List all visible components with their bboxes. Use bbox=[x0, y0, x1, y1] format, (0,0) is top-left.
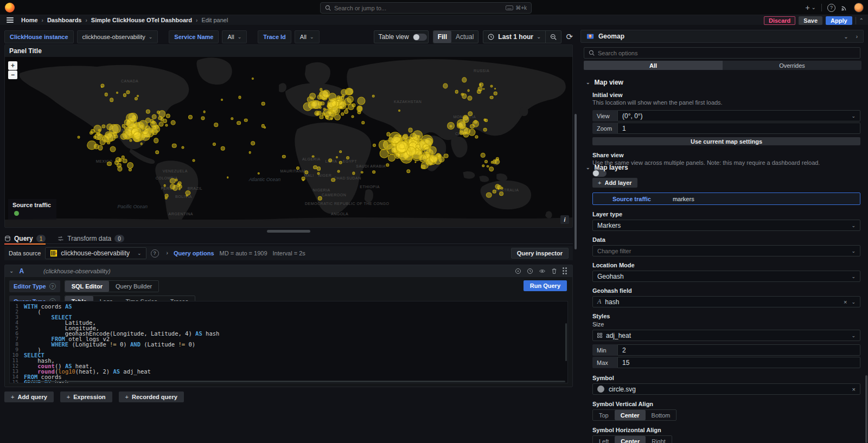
filter-instance-value[interactable]: clickhouse-observability⌄ bbox=[77, 30, 158, 43]
layer-type-select[interactable]: Markers⌄ bbox=[592, 220, 860, 231]
chevron-down-icon[interactable]: ⌄ bbox=[844, 34, 848, 40]
map-data-marker[interactable] bbox=[331, 178, 335, 182]
drag-handle-icon[interactable] bbox=[563, 267, 567, 274]
query-builder-option[interactable]: Query Builder bbox=[109, 281, 158, 292]
trash-icon[interactable] bbox=[551, 268, 557, 274]
close-icon[interactable]: × bbox=[852, 386, 856, 393]
sha-left[interactable]: Left bbox=[593, 436, 615, 443]
sql-code-editor[interactable]: 1WITH coords AS2 (3 SELECT4 Latitude,5 L… bbox=[9, 301, 568, 383]
fill-option[interactable]: Fill bbox=[433, 31, 451, 43]
map-data-marker[interactable] bbox=[474, 120, 478, 124]
map-data-marker[interactable] bbox=[398, 110, 400, 112]
code-vertical-scrollbar[interactable] bbox=[565, 323, 567, 361]
query-inspector-button[interactable]: Query inspector bbox=[511, 248, 569, 259]
section-map-layers[interactable]: ⌄Map layers bbox=[586, 164, 860, 171]
symbol-select[interactable]: circle.svg× bbox=[592, 383, 860, 395]
map-data-marker[interactable] bbox=[357, 97, 365, 105]
map-data-marker[interactable] bbox=[105, 93, 108, 97]
map-data-marker[interactable] bbox=[484, 160, 488, 163]
min-input[interactable]: 2 bbox=[617, 344, 860, 356]
map-data-marker[interactable] bbox=[155, 150, 159, 155]
code-horizontal-scrollbar[interactable] bbox=[26, 381, 565, 382]
map-data-marker[interactable] bbox=[328, 158, 333, 163]
map-data-marker[interactable] bbox=[467, 89, 470, 92]
map-data-marker[interactable] bbox=[361, 171, 363, 174]
map-data-marker[interactable] bbox=[344, 110, 348, 114]
collapse-chevron-up-icon[interactable]: ⌃ bbox=[859, 18, 864, 23]
visualization-picker[interactable]: Geomap ⌄ › bbox=[580, 30, 864, 43]
user-avatar[interactable] bbox=[854, 3, 864, 12]
filter-service-value[interactable]: All⌄ bbox=[222, 30, 247, 43]
zoom-input[interactable]: 1 bbox=[617, 123, 860, 134]
map-zoom-in-button[interactable]: + bbox=[8, 61, 17, 70]
expression-button[interactable]: +Expression bbox=[60, 391, 112, 402]
map-data-marker[interactable] bbox=[186, 194, 188, 197]
map-data-marker[interactable] bbox=[203, 111, 206, 113]
map-data-marker[interactable] bbox=[322, 90, 330, 98]
map-data-marker[interactable] bbox=[244, 119, 248, 123]
map-data-marker[interactable] bbox=[90, 131, 93, 134]
map-data-marker[interactable] bbox=[171, 120, 176, 125]
map-data-marker[interactable] bbox=[372, 170, 375, 174]
map-data-marker[interactable] bbox=[313, 165, 317, 170]
map-data-marker[interactable] bbox=[307, 96, 314, 103]
refresh-button[interactable]: ⟳ bbox=[566, 32, 573, 42]
map-data-marker[interactable] bbox=[481, 153, 486, 158]
options-search-field[interactable] bbox=[598, 50, 856, 56]
map-data-marker[interactable] bbox=[158, 110, 166, 118]
map-data-marker[interactable] bbox=[444, 153, 449, 158]
run-query-button[interactable]: Run Query bbox=[524, 280, 567, 291]
map-data-marker[interactable] bbox=[141, 143, 143, 145]
map-data-marker[interactable] bbox=[380, 149, 389, 158]
search-input[interactable]: ⌘+k bbox=[320, 2, 532, 14]
panel-title[interactable]: Panel Title bbox=[5, 45, 572, 57]
map-data-marker[interactable] bbox=[398, 134, 401, 138]
map-zoom-out-button[interactable]: − bbox=[8, 70, 17, 79]
news-icon[interactable] bbox=[841, 4, 848, 11]
map-data-marker[interactable] bbox=[145, 118, 151, 123]
map-data-marker[interactable] bbox=[330, 117, 333, 120]
add-button[interactable]: +⌄ bbox=[805, 3, 816, 12]
discard-button[interactable]: Discard bbox=[764, 16, 795, 25]
map-data-marker[interactable] bbox=[486, 192, 492, 198]
time-range-picker[interactable]: Last 1 hour ⌄ bbox=[483, 31, 545, 43]
max-input[interactable]: 15 bbox=[617, 357, 860, 368]
sva-top[interactable]: Top bbox=[593, 410, 615, 420]
menu-icon[interactable] bbox=[7, 17, 14, 23]
filter-service-label[interactable]: Service Name bbox=[169, 30, 219, 43]
add-query-button[interactable]: +Add query bbox=[4, 391, 54, 402]
map-data-marker[interactable] bbox=[110, 146, 116, 152]
breadcrumb-home[interactable]: Home bbox=[21, 17, 38, 23]
use-current-map-settings-button[interactable]: Use current map settings bbox=[592, 137, 860, 145]
map-data-marker[interactable] bbox=[455, 90, 459, 94]
map-data-marker[interactable] bbox=[468, 96, 473, 101]
map-data-marker[interactable] bbox=[311, 155, 314, 158]
apply-button[interactable]: Apply bbox=[826, 16, 852, 25]
sha-right[interactable]: Right bbox=[646, 436, 672, 443]
map-data-marker[interactable] bbox=[124, 126, 127, 130]
map-data-marker[interactable] bbox=[319, 106, 322, 109]
filter-trace-value[interactable]: All⌄ bbox=[295, 30, 320, 43]
map-data-marker[interactable] bbox=[124, 119, 131, 126]
tab-transform-data[interactable]: Transform data 0 bbox=[58, 233, 124, 244]
map-data-marker[interactable] bbox=[98, 129, 101, 132]
collapse-pane-icon[interactable]: › bbox=[856, 34, 858, 40]
map-data-marker[interactable] bbox=[489, 166, 494, 172]
map-data-marker[interactable] bbox=[421, 164, 426, 169]
map-data-marker[interactable] bbox=[339, 161, 342, 165]
close-icon[interactable]: × bbox=[844, 299, 847, 305]
search-field[interactable] bbox=[334, 5, 506, 11]
eye-icon[interactable] bbox=[539, 268, 546, 274]
zoom-out-button[interactable] bbox=[545, 31, 561, 43]
history-icon[interactable] bbox=[527, 268, 533, 274]
tab-overrides[interactable]: Overrides bbox=[723, 61, 861, 70]
query-row-header[interactable]: ⌄ A (clickhouse-observability) bbox=[5, 265, 572, 277]
map-data-marker[interactable] bbox=[201, 117, 205, 120]
map-data-marker[interactable] bbox=[154, 138, 159, 144]
map-data-marker[interactable] bbox=[130, 139, 132, 142]
map-data-marker[interactable] bbox=[317, 172, 320, 175]
world-map[interactable]: RUSSIACANADAUNITED STATESMEXICOVENEZUELA… bbox=[5, 57, 572, 227]
map-data-marker[interactable] bbox=[408, 127, 413, 132]
map-data-marker[interactable] bbox=[94, 133, 102, 140]
sidebar-scrollbar[interactable] bbox=[865, 375, 867, 443]
